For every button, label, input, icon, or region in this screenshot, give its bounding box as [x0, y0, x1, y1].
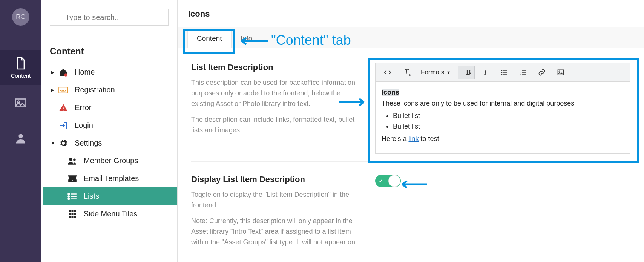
search-input[interactable] — [50, 9, 169, 26]
toggle-knob — [389, 175, 400, 187]
chevron-down-icon: ▼ — [446, 70, 451, 75]
check-icon: ✓ — [379, 177, 383, 184]
svg-point-8 — [68, 193, 69, 194]
tree-item-lists[interactable]: Lists — [43, 187, 177, 205]
image-icon — [14, 96, 28, 110]
italic-button[interactable]: I — [477, 66, 494, 79]
svg-rect-5 — [59, 87, 68, 93]
clear-format-icon[interactable]: T× — [398, 66, 415, 79]
field-description: Toggle on to display the "List Item Desc… — [191, 190, 357, 211]
rte-link[interactable]: link — [408, 135, 419, 142]
tree-item-label: Settings — [75, 139, 102, 147]
tree-item-label: Registration — [75, 86, 115, 94]
rte-bullet: Bullet list — [393, 110, 624, 121]
tab-info[interactable]: Info — [232, 30, 262, 48]
bullet-list-button[interactable] — [496, 66, 512, 79]
tree-item-label: Lists — [84, 192, 99, 201]
rte-paragraph: These icons are only to be used for inte… — [382, 98, 624, 109]
tab-content[interactable]: Content — [187, 29, 232, 48]
svg-rect-14 — [69, 213, 71, 215]
tree-item-label: Error — [75, 103, 91, 112]
svg-text:3: 3 — [520, 73, 521, 75]
svg-rect-17 — [69, 216, 71, 218]
rail-item-media[interactable] — [0, 85, 41, 121]
main-pane: Icons Content Info List Item Description… — [177, 0, 644, 262]
svg-rect-16 — [74, 213, 76, 215]
login-icon — [57, 121, 69, 130]
caret-down-icon: ▼ — [51, 140, 55, 146]
image-button[interactable] — [552, 66, 569, 79]
inbox-icon — [66, 175, 78, 183]
field-list-item-description: List Item Description This description c… — [191, 63, 630, 154]
link-button[interactable] — [534, 66, 550, 79]
rail-item-users[interactable] — [0, 121, 41, 156]
field-title: Display List Item Description — [191, 175, 357, 184]
svg-rect-12 — [72, 210, 74, 212]
title-bar: Icons — [178, 1, 644, 27]
user-icon — [14, 132, 28, 145]
tree-item-label: Login — [75, 121, 93, 130]
field-description: Note: Currently, this description will o… — [191, 216, 357, 248]
rail-item-content[interactable]: Content — [0, 50, 41, 85]
sidebar-title: Content — [41, 30, 177, 63]
formats-dropdown[interactable]: Formats ▼ — [417, 69, 454, 76]
field-description: This description can be used for backoff… — [191, 78, 357, 109]
rte-paragraph: Here's a link to test. — [382, 133, 624, 144]
rail-item-label: Content — [11, 72, 31, 79]
svg-point-6 — [69, 158, 72, 161]
tree-item-label: Member Groups — [84, 156, 138, 165]
tree-item-label: Email Templates — [84, 174, 139, 183]
document-icon — [14, 57, 28, 70]
grid-icon — [66, 210, 78, 219]
svg-point-22 — [501, 74, 502, 75]
formats-label: Formats — [421, 69, 444, 76]
rich-text-editor: T× Formats ▼ B I — [375, 63, 630, 154]
warning-icon — [57, 103, 69, 112]
field-description: The description can include links, forma… — [191, 115, 357, 136]
toggle-switch[interactable]: ✓ — [375, 175, 401, 187]
avatar[interactable]: RG — [12, 8, 29, 26]
caret-icon: ▶ — [51, 69, 55, 75]
rte-content-area[interactable]: Icons These icons are only to be used fo… — [376, 82, 630, 153]
svg-rect-11 — [69, 210, 71, 212]
list-icon — [66, 192, 78, 201]
bold-button[interactable]: B — [458, 66, 475, 79]
field-display-list-item-description: Display List Item Description Toggle on … — [191, 161, 630, 253]
icon-rail: RG Content — [0, 0, 41, 262]
tree-item-settings[interactable]: ▼ Settings — [43, 134, 177, 152]
rte-bullet: Bullet list — [393, 121, 624, 132]
field-title: List Item Description — [191, 63, 357, 72]
svg-point-21 — [501, 72, 502, 73]
tree-item-error[interactable]: Error — [43, 99, 177, 116]
svg-point-20 — [501, 70, 502, 71]
svg-rect-15 — [72, 213, 74, 215]
sidebar: Content ▶ Home ▶ Registration — [41, 0, 177, 262]
svg-point-10 — [68, 198, 69, 199]
svg-point-27 — [559, 71, 560, 72]
home-icon — [57, 67, 69, 77]
tree-item-login[interactable]: Login — [43, 116, 177, 134]
rte-toolbar: T× Formats ▼ B I — [376, 63, 630, 82]
tree-item-email-templates[interactable]: Email Templates — [43, 170, 177, 187]
content-body: List Item Description This description c… — [178, 48, 644, 262]
tree-item-side-menu-tiles[interactable]: Side Menu Tiles — [43, 205, 177, 223]
tree-item-member-groups[interactable]: Member Groups — [43, 152, 177, 170]
svg-point-2 — [18, 134, 23, 138]
gear-icon — [57, 139, 69, 148]
tree-item-label: Home — [75, 68, 95, 77]
keyboard-icon — [57, 86, 69, 94]
svg-point-4 — [64, 73, 67, 77]
tree-item-registration[interactable]: ▶ Registration — [43, 81, 177, 99]
page-title: Icons — [188, 9, 210, 19]
svg-point-9 — [68, 196, 69, 197]
ordered-list-button[interactable]: 123 — [515, 66, 531, 79]
tree-item-home[interactable]: ▶ Home — [43, 63, 177, 81]
rte-heading: Icons — [382, 89, 399, 96]
members-icon — [66, 157, 78, 165]
svg-point-7 — [73, 158, 76, 161]
app-root: RG Content Content ▶ — [0, 0, 644, 262]
code-icon[interactable] — [379, 66, 396, 79]
tree-item-label: Side Menu Tiles — [84, 210, 137, 218]
tab-bar: Content Info — [178, 27, 644, 48]
svg-rect-19 — [74, 216, 76, 218]
